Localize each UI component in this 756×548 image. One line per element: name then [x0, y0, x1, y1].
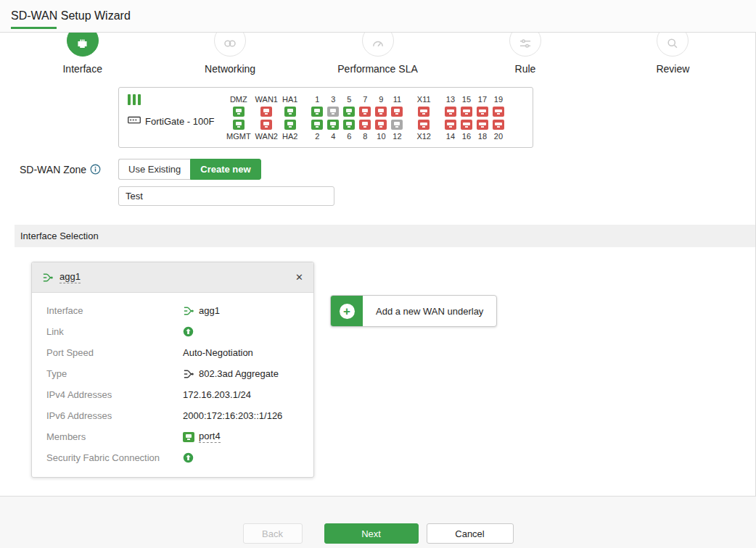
device-panel: FortiGate - 100F DMZMGMTWAN1WAN2HA1HA212… [118, 87, 533, 148]
interface-selection-area: agg1 ✕ Interfaceagg1LinkPort SpeedAuto-N… [0, 247, 755, 478]
performance-sla-icon [371, 36, 385, 51]
title-active-underline [11, 27, 57, 29]
card-row-value: 802.3ad Aggregate [183, 368, 279, 379]
port-label: 12 [393, 131, 401, 142]
port-MGMT-icon [233, 120, 245, 130]
sdwan-zone-row: SD-WAN Zone Use Existing Create new [0, 159, 755, 180]
port-column-WAN1: WAN1WAN2 [255, 94, 278, 142]
back-button[interactable]: Back [243, 523, 303, 544]
next-button[interactable]: Next [324, 523, 419, 544]
port-column-9: 910 [375, 94, 387, 142]
card-row-value: 2000:172:16:203::1/126 [183, 410, 282, 421]
card-row: IPv6 Addresses2000:172:16:203::1/126 [32, 405, 313, 426]
interface-card-body: Interfaceagg1LinkPort SpeedAuto-Negotiat… [32, 293, 313, 477]
device-port-map: DMZMGMTWAN1WAN2HA1HA2123456789101112X11X… [226, 94, 525, 142]
card-row-value: agg1 [183, 305, 220, 316]
port-label: WAN2 [255, 131, 278, 142]
port-17-icon [477, 107, 488, 117]
wizard-footer: Back Next Cancel [0, 497, 756, 544]
port-label: MGMT [226, 131, 251, 142]
port-label: 15 [462, 94, 471, 105]
port-WAN2-icon [260, 120, 272, 130]
card-row-value [183, 452, 198, 463]
zone-mode-toggle: Use Existing Create new [118, 159, 261, 180]
port-label: 20 [494, 131, 503, 142]
port-column-15: 1516 [461, 94, 472, 142]
port-label: DMZ [230, 94, 247, 105]
port-6-icon [343, 120, 355, 130]
interface-card: agg1 ✕ Interfaceagg1LinkPort SpeedAuto-N… [31, 262, 314, 478]
step-rule[interactable]: Rule [451, 33, 599, 75]
device-status-bars-icon [128, 94, 226, 105]
aggregate-dark-icon [183, 369, 194, 379]
port-label: HA1 [282, 94, 297, 105]
card-row: Security Fabric Connection [32, 447, 313, 468]
port-HA2-icon [284, 120, 296, 130]
add-wan-underlay-button[interactable]: + Add a new WAN underlay [330, 295, 497, 327]
cancel-button[interactable]: Cancel [427, 523, 514, 544]
zone-name-row [118, 186, 755, 206]
port-label: 13 [446, 94, 455, 105]
card-row: IPv4 Addresses172.16.203.1/24 [32, 384, 313, 405]
port-column-17: 1718 [477, 94, 488, 142]
wizard-header: SD-WAN Setup Wizard [0, 0, 756, 33]
step-label: Interface [62, 63, 102, 75]
card-row-value [183, 326, 198, 337]
port-14-icon [445, 120, 456, 130]
wizard-steps: InterfaceNetworkingPerformance SLARuleRe… [0, 33, 755, 75]
card-row-label: Link [46, 326, 183, 337]
add-wan-underlay-label: Add a new WAN underlay [363, 306, 496, 317]
port-8-icon [359, 120, 371, 130]
step-networking[interactable]: Networking [156, 33, 303, 75]
port-label: WAN1 [255, 94, 278, 105]
info-icon[interactable] [90, 164, 101, 175]
use-existing-button[interactable]: Use Existing [118, 159, 190, 180]
port-column-X11: X11X12 [416, 94, 431, 142]
interface-icon [75, 37, 89, 51]
port-11-icon [391, 107, 403, 117]
port-label: 14 [446, 131, 455, 142]
port-7-icon [359, 107, 371, 117]
port-column-7: 78 [359, 94, 371, 142]
zone-name-input[interactable] [118, 186, 334, 206]
card-row-label: Port Speed [46, 347, 183, 358]
card-row: Link [32, 321, 313, 342]
port-column-13: 1314 [445, 94, 456, 142]
port-column-HA1: HA1HA2 [282, 94, 297, 142]
port-1-icon [311, 107, 323, 117]
port-column-3: 34 [327, 94, 339, 142]
port-label: 3 [331, 94, 335, 105]
card-row-label: Interface [46, 305, 183, 316]
port-label: 5 [347, 94, 351, 105]
interface-selection-title: Interface Selection [20, 231, 99, 241]
port-3-icon [327, 107, 339, 117]
port-column-11: 1112 [391, 94, 403, 142]
port-column-19: 1920 [493, 94, 504, 142]
interface-card-header: agg1 ✕ [32, 262, 313, 293]
create-new-button[interactable]: Create new [190, 159, 260, 180]
port-label: 10 [377, 131, 385, 142]
step-interface[interactable]: Interface [9, 33, 156, 75]
step-performance-sla[interactable]: Performance SLA [304, 33, 451, 75]
link-up-icon [183, 326, 194, 337]
port-column-1: 12 [311, 94, 323, 142]
port-column-DMZ: DMZMGMT [226, 94, 251, 142]
port-label: 17 [478, 94, 487, 105]
aggregate-icon [183, 306, 194, 316]
page-title: SD-WAN Setup Wizard [11, 9, 131, 22]
plus-icon: + [331, 295, 363, 327]
port-12-icon [391, 120, 403, 130]
port-label: 11 [393, 94, 401, 105]
step-review[interactable]: Review [599, 33, 747, 75]
port-label: 7 [363, 94, 367, 105]
sdwan-zone-label: SD-WAN Zone [20, 164, 86, 175]
port-15-icon [461, 107, 472, 117]
port-X12-icon [418, 120, 430, 130]
device-name: FortiGate - 100F [145, 116, 214, 127]
card-row-label: Security Fabric Connection [46, 452, 183, 463]
port-DMZ-icon [233, 107, 245, 117]
close-icon[interactable]: ✕ [295, 272, 303, 283]
port-9-icon [375, 107, 387, 117]
card-row-label: Type [46, 368, 183, 379]
rule-icon [518, 36, 533, 51]
